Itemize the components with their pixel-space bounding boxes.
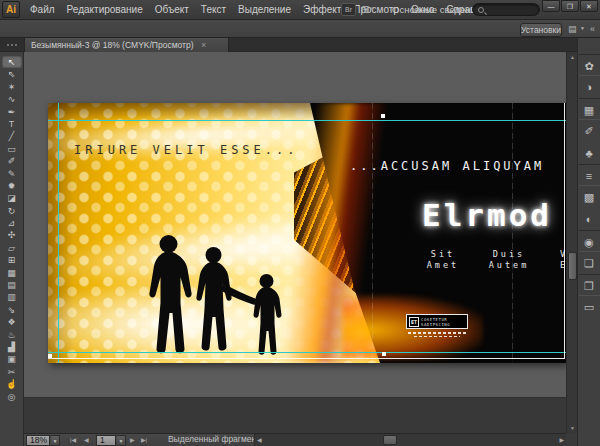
collapse-control-panel-icon[interactable]: «: [590, 24, 595, 34]
type-tool[interactable]: T: [2, 118, 22, 130]
panel-dock: ✿◑▦✐♣≡▩◐◉❏❐▭: [577, 38, 600, 446]
preferences-button[interactable]: Установки: [520, 23, 562, 37]
search-input[interactable]: [472, 3, 540, 16]
gradient-tool[interactable]: ▥: [2, 291, 22, 303]
pencil-tool[interactable]: ✎: [2, 168, 22, 180]
artboard-tool[interactable]: ▣: [2, 353, 22, 365]
hand-tool[interactable]: ☝: [2, 378, 22, 390]
selection-anchor[interactable]: [48, 354, 52, 358]
horizontal-guide[interactable]: [48, 352, 566, 353]
fold-mark: [512, 103, 513, 363]
headline-left-text: IRIURE VELIT ESSE...: [74, 143, 299, 157]
line-segment-tool[interactable]: ╱: [2, 130, 22, 142]
column-graph-tool[interactable]: ▟: [2, 341, 22, 353]
shape-builder-tool[interactable]: ⊞: [2, 254, 22, 266]
chevron-down-icon: ▼: [369, 6, 375, 12]
canvas-area[interactable]: IRIURE VELIT ESSE... ...ACCUSAM ALIQUYAM…: [24, 52, 566, 433]
horizontal-scrollbar[interactable]: ◀ ▶: [254, 434, 566, 446]
previous-artboard-icon[interactable]: ◀: [84, 434, 89, 446]
menu-item[interactable]: Выделение: [232, 0, 297, 20]
next-artboard-icon[interactable]: ▶: [130, 434, 135, 446]
rotate-tool[interactable]: ↻: [2, 205, 22, 217]
rectangle-tool[interactable]: ▭: [2, 143, 22, 155]
vertical-scrollbar[interactable]: ▲ ▼: [566, 52, 577, 433]
control-panel: Нет выделения ▼ ▼ Обводка: ▴▾ 1 pt ▼ — Р…: [0, 20, 600, 38]
workspace-switcher-icon[interactable]: ⊞▼: [361, 3, 383, 16]
title-bar: Ai ФайлРедактированиеОбъектТекстВыделени…: [0, 0, 600, 20]
artboard-dropdown[interactable]: ▼: [117, 435, 126, 446]
logo-fine-print: [408, 332, 466, 339]
pen-tool[interactable]: ✒: [2, 106, 22, 118]
magic-wand-tool[interactable]: ✶: [2, 81, 22, 93]
stroke-panel[interactable]: ≡: [579, 164, 600, 186]
scrollbar-corner: [566, 433, 577, 446]
eraser-tool[interactable]: ◪: [2, 192, 22, 204]
menu-item[interactable]: Объект: [149, 0, 195, 20]
zoom-level-field[interactable]: 18%: [26, 435, 50, 446]
symbol-sprayer-tool[interactable]: ♨: [2, 329, 22, 341]
chevron-down-icon[interactable]: ▼: [580, 25, 585, 31]
toolbar-grip-icon[interactable]: [7, 44, 17, 46]
document-tab-bar: Безымянный-3 @ 18% (CMYK/Просмотр) ×: [0, 38, 600, 52]
appearance-panel[interactable]: ◉: [579, 230, 600, 252]
horizontal-scroll-thumb[interactable]: [383, 435, 397, 445]
canvas-outside-area: [24, 397, 566, 433]
brushes-panel[interactable]: ✐: [579, 120, 600, 142]
scale-tool[interactable]: ⊿: [2, 217, 22, 229]
selection-tool[interactable]: ↖: [2, 56, 22, 68]
headline-right-text: ...ACCUSAM ALIQUYAM: [350, 159, 544, 173]
menu-item[interactable]: Файл: [24, 0, 61, 20]
artboards-panel[interactable]: ▭: [579, 296, 600, 318]
app-logo-icon: Ai: [2, 1, 20, 18]
menu-item[interactable]: Редактирование: [61, 0, 149, 20]
symbols-panel[interactable]: ♣: [579, 142, 600, 164]
slice-tool[interactable]: ✂: [2, 366, 22, 378]
vertical-scroll-thumb[interactable]: [568, 252, 577, 280]
swatches-panel[interactable]: ▦: [579, 98, 600, 120]
free-transform-tool[interactable]: ▱: [2, 242, 22, 254]
first-artboard-icon[interactable]: |◀: [70, 434, 76, 446]
graphic-styles-panel[interactable]: ❏: [579, 252, 600, 274]
gradient-panel[interactable]: ▩: [579, 186, 600, 208]
color-guide-panel[interactable]: ◑: [579, 76, 600, 98]
column-text: VE: [544, 249, 566, 271]
document-title: Безымянный-3 @ 18% (CMYK/Просмотр): [31, 40, 194, 50]
last-artboard-icon[interactable]: ▶|: [141, 434, 147, 446]
zoom-tool[interactable]: ◎: [2, 391, 22, 403]
close-button[interactable]: ✕: [580, 0, 598, 12]
window-controls: — ❐ ✕: [541, 0, 598, 12]
artboard-number-field[interactable]: 1: [96, 435, 116, 446]
paintbrush-tool[interactable]: ✐: [2, 155, 22, 167]
zoom-dropdown[interactable]: ▼: [51, 435, 60, 446]
document-tab[interactable]: Безымянный-3 @ 18% (CMYK/Просмотр) ×: [24, 38, 229, 52]
bridge-icon[interactable]: Br: [341, 3, 356, 16]
selection-anchor[interactable]: [381, 114, 385, 118]
artboard-artwork[interactable]: IRIURE VELIT ESSE... ...ACCUSAM ALIQUYAM…: [48, 103, 566, 363]
restore-button[interactable]: ❐: [561, 0, 579, 12]
vertical-guide[interactable]: [58, 103, 59, 363]
minimize-button[interactable]: —: [542, 0, 560, 12]
eyedropper-tool[interactable]: ⇘: [2, 304, 22, 316]
width-tool[interactable]: ✣: [2, 229, 22, 241]
column-text: SitAmet: [414, 249, 472, 271]
transparency-panel[interactable]: ◐: [579, 208, 600, 230]
direct-selection-tool[interactable]: ⇖: [2, 68, 22, 80]
blob-brush-tool[interactable]: ✹: [2, 180, 22, 192]
menu-item[interactable]: Текст: [195, 0, 232, 20]
color-panel[interactable]: ✿: [579, 54, 600, 76]
perspective-grid-tool[interactable]: ▦: [2, 267, 22, 279]
menu-item[interactable]: Эффект: [297, 0, 347, 20]
close-tab-icon[interactable]: ×: [201, 40, 206, 50]
logo-text: COSETETUR SADIPSCING: [421, 317, 467, 327]
arrange-icon[interactable]: ▤: [568, 24, 577, 34]
selection-anchor[interactable]: [382, 352, 386, 356]
horizontal-guide[interactable]: [48, 120, 566, 121]
scroll-right-icon[interactable]: ▶: [559, 434, 564, 446]
mini-logo: ET COSETETUR SADIPSCING: [406, 314, 468, 329]
lasso-tool[interactable]: ∿: [2, 93, 22, 105]
logo-mark: ET: [409, 317, 419, 327]
layers-panel[interactable]: ❐: [579, 274, 600, 296]
scroll-left-icon[interactable]: ◀: [257, 434, 262, 446]
blend-tool[interactable]: ❖: [2, 316, 22, 328]
mesh-tool[interactable]: ▤: [2, 279, 22, 291]
